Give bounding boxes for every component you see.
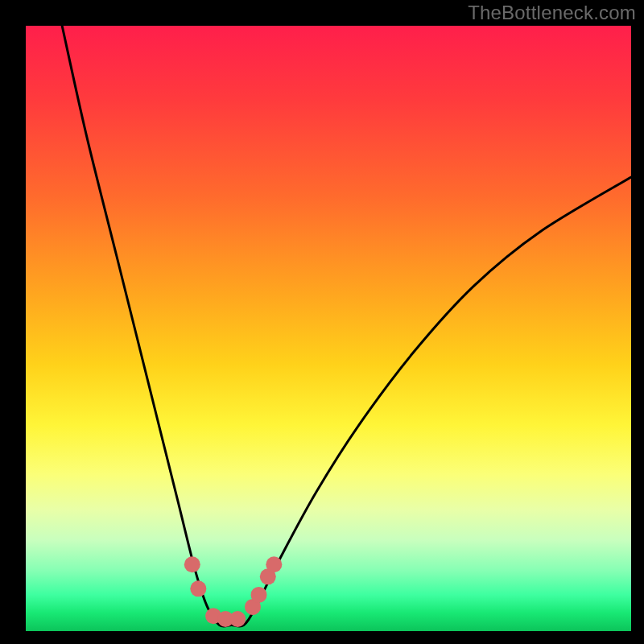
optimal-dot [229, 611, 246, 627]
optimal-dot [190, 580, 206, 597]
optimal-dot [266, 556, 282, 572]
bottleneck-curve [62, 26, 631, 626]
optimal-dot [251, 587, 267, 603]
curve-layer [26, 26, 631, 631]
optimal-range-dots [184, 556, 283, 627]
watermark-text: TheBottleneck.com [468, 2, 636, 24]
chart-frame: TheBottleneck.com [0, 0, 644, 644]
optimal-dot [184, 556, 200, 572]
plot-area [26, 26, 631, 631]
